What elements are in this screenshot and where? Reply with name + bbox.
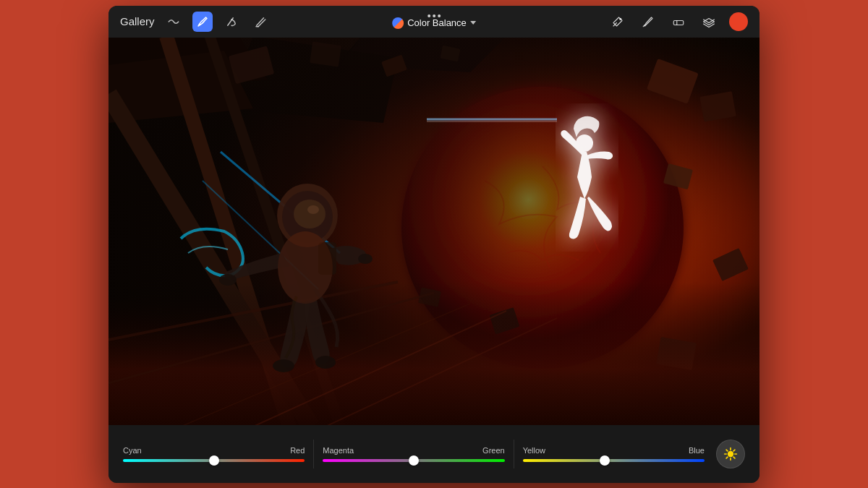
artwork-svg: [109, 38, 760, 425]
yellow-label: Yellow: [523, 446, 545, 455]
svg-point-42: [273, 359, 294, 372]
svg-line-55: [733, 450, 735, 451]
magenta-green-thumb[interactable]: [409, 455, 419, 466]
chevron-down-icon: [470, 21, 476, 25]
yellow-blue-thumb[interactable]: [600, 455, 610, 466]
eraser-button[interactable]: [668, 12, 689, 32]
erase-tool-button[interactable]: [250, 12, 271, 32]
svg-point-41: [358, 254, 373, 264]
red-label: Red: [290, 446, 305, 455]
svg-point-43: [315, 356, 336, 369]
toolbar-right: [608, 12, 748, 32]
magenta-green-slider-group: Magenta Green: [323, 446, 504, 462]
sliders-container: Cyan Red Magenta Green: [123, 440, 705, 468]
svg-point-0: [619, 17, 621, 20]
brightness-button[interactable]: [716, 440, 745, 468]
artwork: [109, 38, 760, 425]
more-options-button[interactable]: [427, 14, 441, 17]
cyan-red-track[interactable]: [123, 459, 305, 462]
divider-2: [514, 440, 514, 468]
svg-rect-15: [310, 41, 341, 67]
toolbar-left: Gallery: [120, 12, 271, 32]
cyan-red-labels: Cyan Red: [123, 446, 305, 455]
color-balance-text: Color Balance: [407, 17, 467, 28]
divider-1: [313, 440, 314, 468]
yellow-blue-labels: Yellow Blue: [523, 446, 705, 455]
color-swatch[interactable]: [729, 12, 748, 31]
toolbar-center: Color Balance: [392, 14, 476, 29]
sun-icon: [723, 447, 738, 461]
magenta-label: Magenta: [323, 446, 354, 455]
blue-label: Blue: [689, 446, 705, 455]
cyan-red-thumb[interactable]: [209, 455, 219, 466]
smudge-tool-button[interactable]: [221, 12, 242, 32]
app-container: Gallery: [109, 6, 760, 483]
cyan-label: Cyan: [123, 446, 142, 455]
svg-line-56: [726, 457, 728, 458]
magenta-green-track[interactable]: [323, 459, 504, 462]
green-label: Green: [482, 446, 505, 455]
toolbar: Gallery: [109, 6, 760, 38]
draw-tool-button[interactable]: [192, 12, 213, 32]
color-balance-title[interactable]: Color Balance: [392, 17, 476, 29]
yellow-blue-track[interactable]: [523, 459, 705, 462]
svg-line-54: [733, 457, 735, 458]
eyedropper-button[interactable]: [638, 12, 658, 32]
svg-rect-29: [109, 282, 760, 425]
svg-point-46: [277, 184, 338, 247]
pen-tool-button[interactable]: [608, 12, 628, 32]
gallery-button[interactable]: Gallery: [120, 15, 155, 27]
magenta-green-labels: Magenta Green: [323, 446, 504, 455]
modify-tool-button[interactable]: [163, 12, 184, 32]
color-balance-panel: Cyan Red Magenta Green: [109, 425, 760, 483]
yellow-blue-slider-group: Yellow Blue: [523, 446, 705, 462]
cyan-red-slider-group: Cyan Red: [123, 446, 305, 462]
svg-rect-1: [673, 20, 684, 25]
layers-button[interactable]: [699, 12, 719, 32]
svg-line-53: [726, 450, 728, 451]
canvas-area[interactable]: [109, 38, 760, 425]
color-balance-icon: [392, 17, 404, 29]
svg-point-40: [219, 274, 237, 286]
svg-point-48: [728, 450, 733, 456]
